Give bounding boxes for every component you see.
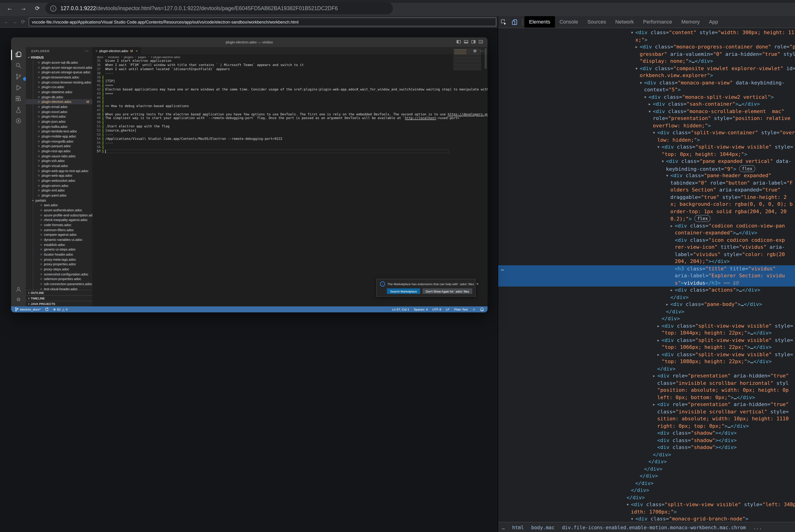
cast-address-input[interactable]: vscode-file://vscode-app/Applications/Vi… — [29, 18, 496, 26]
dom-crumb[interactable]: html — [512, 525, 524, 530]
device-toolbar-icon[interactable] — [509, 16, 520, 28]
tab-close-icon[interactable]: × — [136, 49, 137, 52]
dom-tree-node[interactable]: …<h3 class="title" title="vividus" — [498, 265, 795, 272]
workspace-section-header[interactable]: › VIVIDUS — [26, 54, 92, 60]
dom-tree-node[interactable]: <div class="shadow"></div> — [498, 444, 795, 451]
dom-tree-node[interactable]: class="invisible scrollbar vertical" sty… — [498, 408, 795, 415]
file-row[interactable]: ≡plugin-electron.adocM — [26, 99, 92, 104]
forward-icon[interactable]: → — [19, 4, 28, 13]
file-row[interactable]: ≡proxy-steps.adoc — [26, 267, 92, 271]
dom-tree-node[interactable]: </div> — [498, 494, 795, 501]
dom-tree-node[interactable]: x; background-color: rgba(0, 0, 0, 0); b — [498, 201, 795, 208]
status-item[interactable]: Spaces: 4 — [414, 308, 428, 311]
dont-show-again-button[interactable]: Don't Show Again for '.adoc' files — [422, 288, 472, 294]
dom-tree-node[interactable]: ▼<div class="split-view-container" style… — [498, 129, 795, 136]
dom-tree-node[interactable]: ▶<div class="split-view-view visible" st… — [498, 322, 795, 329]
settings-gear-icon[interactable]: ⚙ — [15, 296, 22, 303]
file-row[interactable]: ≡plugin-browserstack.adoc — [26, 75, 92, 80]
dom-tree-node[interactable]: x;"> — [498, 36, 795, 43]
sync-status[interactable] — [45, 307, 49, 311]
run-debug-icon[interactable] — [15, 84, 22, 91]
cast-back-icon[interactable]: ← — [3, 18, 10, 25]
sidebar-section-timeline[interactable]: ›TIMELINE — [26, 295, 92, 301]
devtools-tab-performance[interactable]: Performance — [639, 16, 677, 28]
code-line-47[interactable]: 47 — [92, 108, 487, 112]
dom-tree-node[interactable]: ▶<div class="codicon codicon-view-pan — [498, 222, 795, 229]
dom-tree-node[interactable]: right: 0px; top: 0px;">…</div> — [498, 422, 795, 430]
dom-tree-node[interactable]: olders Section" aria-expanded="true" — [498, 186, 795, 193]
code-line-56[interactable]: 56 — [92, 145, 487, 149]
dom-tree-node[interactable]: tabindex="0" role="button" aria-label="F — [498, 179, 795, 186]
file-row[interactable]: ≡locator-header.adoc — [26, 252, 92, 257]
code-line-49[interactable]: 49The simpliest way is to start your app… — [92, 116, 487, 121]
code-line-40[interactable]: 40[TIP] — [92, 80, 487, 84]
dom-tree-node[interactable]: order-top: 1px solid rgba(204, 204, 20 — [498, 208, 795, 215]
dom-tree-node[interactable]: class="invisible scrollbar horizontal" s… — [498, 380, 795, 387]
status-item[interactable]: Plain Text — [454, 308, 468, 311]
code-line-46[interactable]: 46== How to debug electron-based applica… — [92, 104, 487, 109]
dom-tree-node[interactable]: "top: 1088px; height: 22px;">…</div> — [498, 358, 795, 365]
sidebar-section-java-projects[interactable]: ›JAVA PROJECTS — [26, 301, 92, 306]
dom-tree-node[interactable]: </div> — [498, 315, 795, 322]
file-row[interactable]: ≡azure-profile-and-subscription.adoc — [26, 213, 92, 217]
code-line-57[interactable]: 57 — [92, 149, 487, 153]
dom-tree-node[interactable]: context="5"> — [498, 86, 795, 93]
breadcrumb-item[interactable]: plugins — [124, 55, 133, 58]
notification-close-icon[interactable]: × — [476, 282, 478, 286]
dom-tree-node[interactable]: 0.2);">flex — [498, 215, 795, 222]
code-line-39[interactable]: 39 — [92, 75, 487, 80]
dom-tree-node[interactable]: </div> — [498, 480, 795, 487]
dom-tree-node[interactable]: ▶<div class="sash-container">…</div> — [498, 100, 795, 108]
file-row[interactable]: ≡plugin-html.adoc — [26, 114, 92, 119]
file-row[interactable]: ≡plugin-ssh.adoc — [26, 158, 92, 163]
dom-tree-node[interactable]: </div> — [498, 487, 795, 494]
dom-tree-node[interactable]: 204, 204);"></div> — [498, 258, 795, 265]
file-row[interactable]: ≡code-formats.adoc — [26, 222, 92, 227]
search-icon[interactable] — [15, 62, 22, 69]
file-row[interactable]: ≡plugin-azure-storage-queue.adoc — [26, 70, 92, 75]
folder-row[interactable]: ›partials — [26, 198, 92, 203]
file-row[interactable]: ≡plugin-websocket.adoc — [26, 178, 92, 183]
file-row[interactable]: ≡selenium-properties.adoc — [26, 277, 92, 282]
file-row[interactable]: ≡plugin-parquet.adoc — [26, 144, 92, 149]
devtools-tab-app[interactable]: App — [704, 16, 722, 28]
problems-status[interactable]: ⊗ 62 △ 0 — [53, 307, 68, 311]
file-row[interactable]: ≡plugin-excel.adoc — [26, 109, 92, 114]
code-line-43[interactable]: 43==== — [92, 92, 487, 96]
dom-tree-node[interactable]: ▶<div role="presentation" aria-hidden="t… — [498, 401, 795, 408]
reload-icon[interactable]: ⟳ — [33, 4, 41, 13]
dom-tree-node[interactable]: </div> — [498, 473, 795, 480]
dom-tree-node[interactable]: sition: absolute; width: 10px; height: 1… — [498, 415, 795, 422]
file-row[interactable]: ≡plugin-db.adoc — [26, 94, 92, 99]
breadcrumb-item[interactable]: ≡ plugin-electron.adoc — [151, 55, 180, 58]
toggle-panel-icon[interactable] — [464, 40, 468, 43]
dom-tree-node[interactable]: low: hidden;"> — [498, 136, 795, 144]
file-row[interactable]: ≡plugin-web-app.adoc — [26, 173, 92, 178]
search-marketplace-button[interactable]: Search Marketplace — [387, 288, 420, 294]
dom-tree-node[interactable]: ▶<div class="monaco-progress-container d… — [498, 43, 795, 51]
devtools-tab-memory[interactable]: Memory — [677, 16, 704, 28]
devtools-tab-elements[interactable]: Elements — [524, 16, 555, 28]
dom-tree-node[interactable]: ▼<div class="pane-header expanded" — [498, 172, 795, 179]
dom-tree-node[interactable]: ▼<div class="split-view-view visible" st… — [498, 144, 795, 151]
dom-tree-node[interactable]: container-expanded">…</div> — [498, 229, 795, 236]
dom-tree-node[interactable]: ▼<div class="monaco-split-view2 vertical… — [498, 93, 795, 100]
dom-tree-node[interactable]: ▼<div class="monaco-pane-view" data-keyb… — [498, 79, 795, 86]
file-row[interactable]: ≡plugin-datetime.adoc — [26, 90, 92, 94]
dom-tree-node[interactable]: </div> — [498, 308, 795, 315]
dom-tree-node[interactable]: ▶<div class="split-view-view visible" st… — [498, 351, 795, 358]
code-line-41[interactable]: 41==== — [92, 84, 487, 88]
editor-tab[interactable]: ≡ plugin-electron.adoc M × — [92, 47, 141, 54]
code-line-50[interactable]: 50 — [92, 121, 487, 125]
file-row[interactable]: ≡dynamic-variables-ui.adoc — [26, 237, 92, 242]
dom-tree-node[interactable]: s">vividus</h3> == $0 — [498, 279, 795, 287]
extensions-icon[interactable] — [15, 96, 22, 102]
code-line-45[interactable]: 45 — [92, 100, 487, 104]
file-row[interactable]: ≡proxy-meta-tags.adoc — [26, 257, 92, 262]
file-row[interactable]: ≡proxy-properties.adoc — [26, 262, 92, 267]
file-row[interactable]: ≡plugin-visual.adoc — [26, 163, 92, 168]
file-row[interactable]: ≡plugin-azure-sql-db.adoc — [26, 60, 92, 65]
dom-tree-node[interactable]: "top: 1044px; height: 22px;">…</div> — [498, 329, 795, 337]
dom-tree-node[interactable]: "top: 0px; height: 1044px;"> — [498, 151, 795, 158]
file-row[interactable]: ≡plugin-sauce-labs.adoc — [26, 154, 92, 158]
